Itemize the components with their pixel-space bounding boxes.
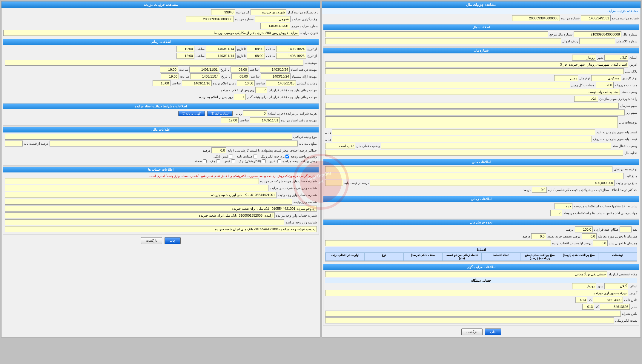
price-input[interactable] bbox=[332, 136, 592, 142]
discount-input[interactable] bbox=[531, 233, 546, 239]
c-fax-input[interactable] bbox=[600, 304, 630, 310]
ref-number-input[interactable] bbox=[512, 15, 560, 21]
r-start-from-input[interactable] bbox=[276, 46, 306, 52]
amount-input[interactable] bbox=[370, 180, 615, 186]
r-offer-from-time-input[interactable] bbox=[247, 53, 265, 59]
r-announce-time-input[interactable] bbox=[153, 80, 171, 86]
cash-input[interactable] bbox=[620, 226, 632, 232]
r-show-to-time-input[interactable] bbox=[161, 73, 179, 79]
c-phone-input[interactable] bbox=[593, 297, 623, 303]
r-fee-input[interactable] bbox=[243, 110, 267, 116]
r-base-price-input[interactable] bbox=[50, 141, 298, 146]
c-fax-code-input[interactable] bbox=[582, 304, 594, 310]
pay2-scene-check[interactable] bbox=[203, 159, 207, 163]
r-vendor-days-input[interactable] bbox=[234, 94, 246, 100]
c-phone-code-input[interactable] bbox=[575, 297, 587, 303]
diff-input[interactable] bbox=[532, 187, 547, 193]
c-city-input[interactable] bbox=[572, 283, 596, 289]
unit-price-input[interactable] bbox=[332, 129, 595, 135]
plaque-input[interactable] bbox=[325, 68, 624, 74]
r-account2-input[interactable] bbox=[5, 192, 277, 198]
transfer-input[interactable] bbox=[381, 143, 611, 149]
mal-type-input[interactable] bbox=[554, 75, 578, 81]
companion-input[interactable] bbox=[582, 233, 597, 239]
left-back-btn[interactable]: بازگشت bbox=[461, 328, 483, 335]
pay-guarantee-check[interactable] bbox=[229, 155, 233, 158]
share-input[interactable] bbox=[325, 109, 625, 115]
mal-ref-input[interactable] bbox=[325, 31, 548, 37]
auction-code-input[interactable] bbox=[211, 9, 235, 15]
city-input[interactable] bbox=[572, 55, 596, 61]
shareholder-input[interactable] bbox=[574, 96, 598, 102]
right-back-btn[interactable]: بازگشت bbox=[141, 237, 162, 244]
r-notes-input[interactable] bbox=[5, 60, 303, 66]
r-receive-to-input[interactable] bbox=[189, 67, 219, 73]
area-input[interactable] bbox=[596, 82, 614, 88]
usage-input[interactable] bbox=[591, 75, 621, 81]
r-announce-date-input[interactable] bbox=[182, 80, 212, 86]
r-id4-input[interactable] bbox=[5, 219, 284, 225]
liquidation-input[interactable] bbox=[325, 150, 623, 156]
funds-input[interactable] bbox=[325, 38, 561, 44]
left-breadcrumb[interactable]: مشاهده جزئیات مزایده bbox=[322, 8, 641, 14]
r-receive-from-input[interactable] bbox=[260, 67, 290, 73]
c-address-input[interactable] bbox=[325, 290, 628, 296]
account-input[interactable] bbox=[555, 203, 572, 209]
r-account3-input[interactable] bbox=[5, 206, 317, 212]
mal-number-input[interactable] bbox=[574, 31, 621, 37]
ad-btn[interactable]: آگهی روزنامه(0) bbox=[178, 111, 205, 116]
r-account1-input[interactable] bbox=[5, 178, 259, 184]
r-start-from-time-input[interactable] bbox=[247, 46, 265, 52]
r-offer-to-input[interactable] bbox=[206, 53, 236, 59]
r-diff-input[interactable] bbox=[211, 147, 226, 153]
r-receive-to-time-input[interactable] bbox=[160, 67, 178, 73]
r-start-to-time-input[interactable] bbox=[176, 46, 194, 52]
c-email-input[interactable] bbox=[325, 317, 614, 323]
province-input[interactable] bbox=[604, 55, 628, 61]
pay2-electronic-check[interactable] bbox=[262, 159, 266, 163]
r-percent-input[interactable] bbox=[5, 141, 23, 146]
deed2-input[interactable] bbox=[593, 240, 608, 246]
c-phone2-input[interactable] bbox=[325, 311, 621, 317]
r-offer-from-input[interactable] bbox=[276, 53, 306, 59]
r-type-input[interactable] bbox=[255, 16, 291, 22]
r-ref-date-input[interactable] bbox=[260, 23, 290, 29]
base-price-input[interactable] bbox=[325, 173, 623, 179]
buyer-input[interactable] bbox=[325, 240, 551, 246]
r-receive-from-time-input[interactable] bbox=[231, 67, 248, 73]
r-show-from-time-input[interactable] bbox=[231, 73, 249, 79]
r-start-to-input[interactable] bbox=[206, 46, 236, 52]
r-deadline-time-input[interactable] bbox=[221, 117, 239, 123]
r-id1-input[interactable] bbox=[5, 185, 268, 191]
person-input[interactable] bbox=[325, 271, 607, 277]
r-show-from-input[interactable] bbox=[261, 73, 291, 79]
notes-textarea[interactable] bbox=[325, 116, 618, 128]
r-deadline-from-input[interactable] bbox=[250, 117, 280, 123]
deadline-input[interactable] bbox=[550, 210, 562, 216]
r-tour-time-input[interactable] bbox=[237, 80, 255, 86]
pay2-check-chk[interactable] bbox=[216, 159, 220, 163]
r-account4-input[interactable] bbox=[5, 212, 275, 218]
r-title-input[interactable] bbox=[3, 30, 299, 36]
organizer-input[interactable] bbox=[251, 9, 286, 15]
left-print-btn[interactable]: چاپ bbox=[485, 328, 501, 335]
r-auction-number-input[interactable] bbox=[186, 16, 234, 22]
payment-type-input[interactable] bbox=[325, 166, 612, 172]
right-print-btn[interactable]: چاپ bbox=[165, 237, 181, 244]
deed-input[interactable] bbox=[325, 89, 620, 95]
pay2-cash-check[interactable] bbox=[277, 159, 281, 163]
area-total-input[interactable] bbox=[325, 82, 570, 88]
liquidation2-input[interactable] bbox=[325, 143, 355, 149]
contract-pct-input[interactable] bbox=[575, 226, 593, 232]
r-contract-days-input[interactable] bbox=[255, 87, 267, 93]
pay-check-check[interactable] bbox=[253, 155, 257, 158]
c-province-input[interactable] bbox=[604, 283, 628, 289]
auction-number-input[interactable] bbox=[581, 15, 611, 21]
pay-electronic-check[interactable] bbox=[285, 155, 289, 158]
r-offer-to-time-input[interactable] bbox=[176, 53, 194, 59]
r-account5-input[interactable] bbox=[5, 226, 317, 232]
pay2-fiche-check[interactable] bbox=[231, 159, 235, 163]
r-payment-type-input[interactable] bbox=[5, 134, 292, 140]
r-show-to-input[interactable] bbox=[190, 73, 220, 79]
doc-btn[interactable]: اسناد مزایده(1) bbox=[207, 111, 233, 116]
